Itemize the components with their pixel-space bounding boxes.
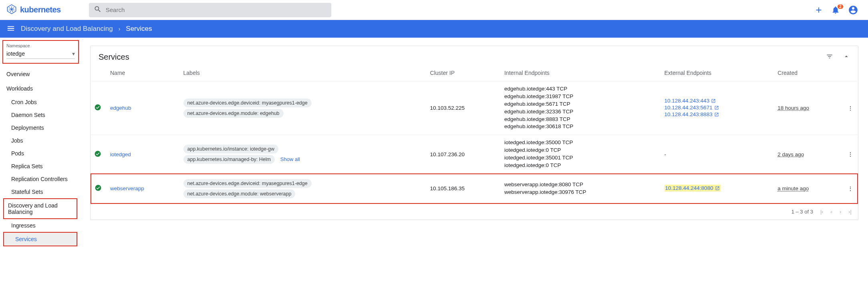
show-all-labels[interactable]: Show all xyxy=(280,156,300,162)
status-ok-icon xyxy=(95,187,102,193)
service-link[interactable]: edgehub xyxy=(110,105,131,111)
open-external-icon xyxy=(714,112,719,118)
search-input[interactable] xyxy=(106,6,326,13)
pagination-range: 1 – 3 of 3 xyxy=(791,209,813,215)
table-row: iotedged app.kubernetes.io/instance: iot… xyxy=(91,135,858,174)
svg-point-10 xyxy=(95,151,101,157)
menu-button[interactable] xyxy=(6,24,15,34)
open-external-icon xyxy=(711,99,716,105)
breadcrumb-current: Services xyxy=(126,25,152,33)
col-labels[interactable]: Labels xyxy=(180,65,427,81)
svg-line-3 xyxy=(12,8,14,9)
caret-down-icon: ▾ xyxy=(72,50,75,57)
filter-button[interactable] xyxy=(826,53,833,61)
col-clusterip[interactable]: Cluster IP xyxy=(427,65,501,81)
internal-endpoint: iotedged.iotedge:35001 TCP xyxy=(504,154,658,162)
internal-endpoint: edgehub.iotedge:31987 TCP xyxy=(504,93,658,101)
internal-endpoint: iotedged.iotedge:0 TCP xyxy=(504,162,658,169)
created-time: 18 hours ago xyxy=(777,105,809,111)
search-icon xyxy=(94,5,102,14)
label-chip: app.kubernetes.io/instance: iotedge-gw xyxy=(183,145,279,153)
internal-endpoint: edgehub.iotedge:30618 TCP xyxy=(504,123,658,131)
caret-up-icon xyxy=(843,53,850,60)
sidebar-dlb-heading[interactable]: Discovery and Load Balancing xyxy=(3,198,77,219)
status-ok-icon xyxy=(94,153,101,159)
namespace-label: Namespace xyxy=(6,43,75,48)
cluster-ip: 10.107.236.20 xyxy=(427,135,501,174)
col-external[interactable]: External Endpoints xyxy=(661,65,775,81)
sidebar-workloads-heading[interactable]: Workloads xyxy=(0,81,81,96)
internal-endpoint: webserverapp.iotedge:8080 TCP xyxy=(504,181,658,189)
open-external-icon xyxy=(715,186,720,192)
sidebar-overview[interactable]: Overview xyxy=(0,67,81,81)
external-endpoint-link[interactable]: 10.128.44.244:8080 xyxy=(665,185,721,191)
breadcrumb-parent[interactable]: Discovery and Load Balancing xyxy=(21,25,113,33)
page-prev-button[interactable]: ‹ xyxy=(831,209,832,215)
row-actions-button[interactable]: ⋮ xyxy=(843,135,858,174)
internal-endpoint: edgehub.iotedge:32336 TCP xyxy=(504,108,658,116)
external-endpoint-link[interactable]: 10.128.44.243:5671 xyxy=(665,105,719,111)
paginator: 1 – 3 of 3 |‹ ‹ › ›| xyxy=(91,204,858,219)
sidebar-item-replicasets[interactable]: Replica Sets xyxy=(0,160,81,173)
sidebar-item-cronjobs[interactable]: Cron Jobs xyxy=(0,96,81,109)
service-link[interactable]: webserverapp xyxy=(110,185,144,191)
hamburger-icon xyxy=(6,24,15,33)
sidebar-item-jobs[interactable]: Jobs xyxy=(0,134,81,147)
account-icon xyxy=(848,5,858,15)
sidebar-item-replicationcontrollers[interactable]: Replication Controllers xyxy=(0,173,81,185)
created-time: 2 days ago xyxy=(777,151,804,157)
sidebar-item-services[interactable]: Services xyxy=(3,232,77,246)
sidebar-item-ingresses[interactable]: Ingresses xyxy=(0,219,81,232)
created-time: a minute ago xyxy=(777,185,809,191)
internal-endpoint: edgehub.iotedge:443 TCP xyxy=(504,85,658,93)
plus-icon xyxy=(814,6,823,14)
sidebar: Namespace iotedge ▾ Overview Workloads C… xyxy=(0,38,81,253)
cluster-ip: 10.105.186.35 xyxy=(427,174,501,203)
page-next-button[interactable]: › xyxy=(840,209,841,215)
col-created[interactable]: Created xyxy=(774,65,843,81)
open-external-icon xyxy=(714,105,719,111)
namespace-selector[interactable]: Namespace iotedge ▾ xyxy=(2,40,79,64)
service-link[interactable]: iotedged xyxy=(110,151,131,157)
chevron-right-icon: › xyxy=(119,26,121,32)
card-title: Services xyxy=(99,52,129,62)
notifications-button[interactable]: 2 xyxy=(831,6,840,14)
sidebar-item-daemonsets[interactable]: Daemon Sets xyxy=(0,109,81,121)
sidebar-item-pods[interactable]: Pods xyxy=(0,147,81,160)
kubernetes-logo-icon xyxy=(6,4,17,16)
main-content: Services Name Labels Cluster IP Internal… xyxy=(81,38,868,253)
table-row: webserverapp net.azure-devices.edge.devi… xyxy=(91,174,858,203)
notifications-badge: 2 xyxy=(838,4,843,9)
brand-text: kubernetes xyxy=(20,5,61,14)
external-endpoint-link[interactable]: 10.128.44.243:8883 xyxy=(665,111,719,117)
row-actions-button[interactable]: ⋮ xyxy=(843,81,858,135)
account-button[interactable] xyxy=(848,5,858,15)
row-actions-button[interactable]: ⋮ xyxy=(843,174,858,203)
sidebar-item-deployments[interactable]: Deployments xyxy=(0,121,81,134)
services-table: Name Labels Cluster IP Internal Endpoint… xyxy=(91,65,858,204)
col-internal[interactable]: Internal Endpoints xyxy=(501,65,661,81)
external-endpoint-link[interactable]: 10.128.44.243:443 xyxy=(665,98,716,104)
page-last-button[interactable]: ›| xyxy=(848,209,852,215)
brand-logo[interactable]: kubernetes xyxy=(6,4,61,16)
label-chip: net.azure-devices.edge.module: edgehub xyxy=(183,109,284,118)
collapse-button[interactable] xyxy=(843,53,850,61)
namespace-value: iotedge xyxy=(6,50,25,57)
services-card: Services Name Labels Cluster IP Internal… xyxy=(90,46,858,220)
label-chip: net.azure-devices.edge.deviceid: myasegp… xyxy=(183,179,312,188)
internal-endpoint: iotedged.iotedge:35000 TCP xyxy=(504,139,658,147)
internal-endpoint: edgehub.iotedge:8883 TCP xyxy=(504,116,658,123)
table-row: edgehub net.azure-devices.edge.deviceid:… xyxy=(91,81,858,135)
svg-point-11 xyxy=(95,185,101,191)
top-bar: kubernetes 2 xyxy=(0,0,868,20)
col-name[interactable]: Name xyxy=(107,65,180,81)
create-button[interactable] xyxy=(814,6,823,14)
external-endpoint-empty: - xyxy=(661,135,775,174)
label-chip: net.azure-devices.edge.deviceid: myasegp… xyxy=(183,99,312,107)
status-ok-icon xyxy=(94,106,101,112)
label-chip: app.kubernetes.io/managed-by: Helm xyxy=(183,155,275,164)
search-box[interactable] xyxy=(89,3,331,17)
sidebar-item-statefulsets[interactable]: Stateful Sets xyxy=(0,185,81,198)
filter-icon xyxy=(826,53,833,60)
page-first-button[interactable]: |‹ xyxy=(820,209,824,215)
